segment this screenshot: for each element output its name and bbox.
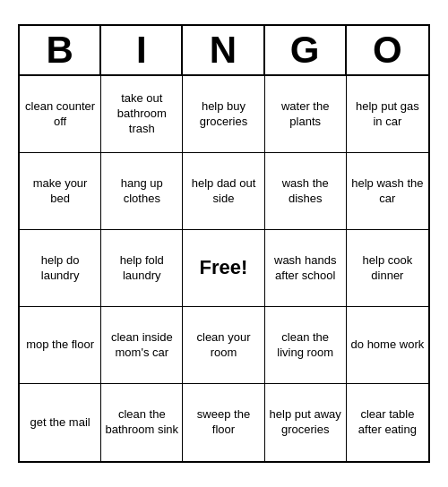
bingo-grid: clean counter offtake out bathroom trash… bbox=[20, 76, 428, 461]
bingo-cell-7[interactable]: help dad out side bbox=[183, 153, 264, 230]
header-o: O bbox=[347, 26, 428, 74]
bingo-cell-0[interactable]: clean counter off bbox=[20, 76, 101, 153]
bingo-cell-15[interactable]: mop the floor bbox=[20, 307, 101, 384]
bingo-cell-9[interactable]: help wash the car bbox=[347, 153, 428, 230]
bingo-cell-1[interactable]: take out bathroom trash bbox=[101, 76, 183, 153]
bingo-cell-19[interactable]: do home work bbox=[347, 307, 428, 384]
bingo-cell-2[interactable]: help buy groceries bbox=[183, 76, 264, 153]
bingo-cell-6[interactable]: hang up clothes bbox=[101, 153, 183, 230]
bingo-cell-3[interactable]: water the plants bbox=[265, 76, 347, 153]
bingo-cell-16[interactable]: clean inside mom's car bbox=[101, 307, 183, 384]
bingo-cell-23[interactable]: help put away groceries bbox=[265, 384, 347, 461]
bingo-cell-18[interactable]: clean the living room bbox=[265, 307, 347, 384]
bingo-cell-13[interactable]: wash hands after school bbox=[265, 230, 347, 307]
bingo-card: B I N G O clean counter offtake out bath… bbox=[18, 24, 430, 463]
bingo-cell-10[interactable]: help do laundry bbox=[20, 230, 101, 307]
bingo-cell-14[interactable]: help cook dinner bbox=[347, 230, 428, 307]
bingo-cell-22[interactable]: sweep the floor bbox=[183, 384, 264, 461]
header-i: I bbox=[101, 26, 183, 74]
bingo-cell-11[interactable]: help fold laundry bbox=[101, 230, 183, 307]
bingo-cell-5[interactable]: make your bed bbox=[20, 153, 101, 230]
header-g: G bbox=[265, 26, 347, 74]
bingo-cell-12[interactable]: Free! bbox=[183, 230, 264, 307]
bingo-cell-20[interactable]: get the mail bbox=[20, 384, 101, 461]
header-b: B bbox=[20, 26, 101, 74]
bingo-cell-21[interactable]: clean the bathroom sink bbox=[101, 384, 183, 461]
bingo-header: B I N G O bbox=[20, 26, 428, 76]
bingo-cell-8[interactable]: wash the dishes bbox=[265, 153, 347, 230]
bingo-cell-24[interactable]: clear table after eating bbox=[347, 384, 428, 461]
bingo-cell-17[interactable]: clean your room bbox=[183, 307, 264, 384]
header-n: N bbox=[183, 26, 264, 74]
bingo-cell-4[interactable]: help put gas in car bbox=[347, 76, 428, 153]
